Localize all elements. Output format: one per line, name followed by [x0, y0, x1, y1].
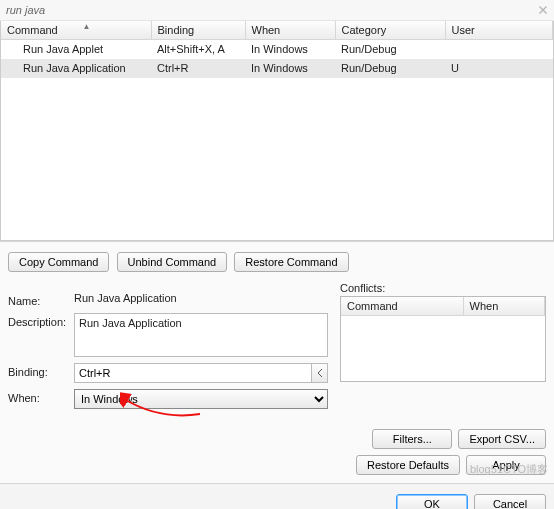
cell-binding: Alt+Shift+X, A — [151, 40, 245, 59]
col-when[interactable]: When — [245, 21, 335, 40]
unbind-command-button[interactable]: Unbind Command — [117, 252, 228, 272]
command-buttons-row: Copy Command Unbind Command Restore Comm… — [8, 252, 546, 272]
cell-user: U — [445, 59, 553, 78]
conflicts-label: Conflicts: — [340, 282, 546, 294]
sort-asc-icon: ▲ — [83, 22, 91, 31]
binding-dropdown-button[interactable] — [312, 363, 328, 383]
conflicts-col-command[interactable]: Command — [341, 297, 463, 316]
copy-command-button[interactable]: Copy Command — [8, 252, 109, 272]
conflicts-col-when[interactable]: When — [463, 297, 544, 316]
name-value: Run Java Application — [74, 292, 328, 307]
conflicts-table[interactable]: Command When — [340, 296, 546, 382]
description-box: Run Java Application — [74, 313, 328, 357]
cell-when: In Windows — [245, 59, 335, 78]
filters-button[interactable]: Filters... — [372, 429, 452, 449]
bindings-table[interactable]: Command▲ Binding When Category User Run … — [0, 21, 554, 241]
col-category[interactable]: Category — [335, 21, 445, 40]
col-binding[interactable]: Binding — [151, 21, 245, 40]
footer-buttons: Filters... Export CSV... Restore Default… — [0, 417, 554, 483]
apply-button[interactable]: Apply — [466, 455, 546, 475]
when-select[interactable]: In Windows — [74, 389, 328, 409]
when-label: When: — [8, 389, 68, 409]
cell-when: In Windows — [245, 40, 335, 59]
table-header-row: Command▲ Binding When Category User — [1, 21, 553, 40]
export-csv-button[interactable]: Export CSV... — [458, 429, 546, 449]
dialog-footer: OK Cancel — [0, 483, 554, 509]
restore-defaults-button[interactable]: Restore Defaults — [356, 455, 460, 475]
clear-search-icon[interactable] — [536, 3, 550, 17]
binding-label: Binding: — [8, 363, 68, 383]
restore-command-button[interactable]: Restore Command — [234, 252, 348, 272]
cell-category: Run/Debug — [335, 40, 445, 59]
table-row[interactable]: Run Java Applet Alt+Shift+X, A In Window… — [1, 40, 553, 59]
cell-command: Run Java Application — [1, 59, 151, 78]
cell-category: Run/Debug — [335, 59, 445, 78]
table-row[interactable]: Run Java Application Ctrl+R In Windows R… — [1, 59, 553, 78]
col-user[interactable]: User — [445, 21, 553, 40]
cell-binding: Ctrl+R — [151, 59, 245, 78]
ok-button[interactable]: OK — [396, 494, 468, 509]
col-command[interactable]: Command▲ — [1, 21, 151, 40]
cell-command: Run Java Applet — [1, 40, 151, 59]
cancel-button[interactable]: Cancel — [474, 494, 546, 509]
binding-input[interactable] — [74, 363, 312, 383]
chevron-left-icon — [317, 369, 323, 377]
cell-user — [445, 40, 553, 59]
search-row — [0, 0, 554, 21]
details-section: Copy Command Unbind Command Restore Comm… — [0, 241, 554, 417]
description-label: Description: — [8, 313, 68, 357]
name-label: Name: — [8, 292, 68, 307]
search-input[interactable] — [4, 2, 536, 18]
